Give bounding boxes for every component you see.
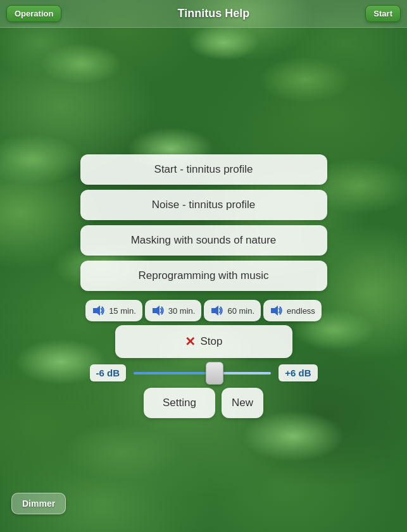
navbar: Operation Tinnitus Help Start <box>0 0 407 28</box>
speaker-icon <box>210 305 224 316</box>
new-button[interactable]: New <box>222 388 263 418</box>
noise-tinnitus-profile-button[interactable]: Noise - tinnitus profile <box>80 190 327 220</box>
start-tinnitus-profile-button[interactable]: Start - tinnitus profile <box>80 154 327 185</box>
dimmer-button[interactable]: Dimmer <box>11 493 66 514</box>
speaker-icon <box>270 305 284 316</box>
timer-30-button[interactable]: 30 min. <box>145 300 202 321</box>
operation-button[interactable]: Operation <box>6 5 61 22</box>
stop-label: Stop <box>201 335 223 348</box>
main-content: Start - tinnitus profile Noise - tinnitu… <box>0 28 407 418</box>
volume-row: -6 dB +6 dB <box>90 364 318 381</box>
speaker-icon <box>92 305 106 316</box>
timer-30-label: 30 min. <box>168 306 196 316</box>
svg-marker-3 <box>271 306 278 316</box>
app-title: Tinnitus Help <box>178 7 250 20</box>
svg-marker-1 <box>153 306 160 316</box>
volume-max-label: +6 dB <box>279 364 317 381</box>
timer-60-button[interactable]: 60 min. <box>204 300 261 321</box>
timer-15-label: 15 min. <box>109 306 136 316</box>
bottom-row: Setting New <box>144 388 263 418</box>
masking-sounds-nature-button[interactable]: Masking with sounds of nature <box>80 225 327 256</box>
stop-button[interactable]: ✕ Stop <box>115 325 292 358</box>
speaker-icon <box>151 305 165 316</box>
volume-min-label: -6 dB <box>90 364 127 381</box>
timer-endless-label: endless <box>287 306 315 316</box>
timer-endless-button[interactable]: endless <box>263 300 322 321</box>
timer-15-button[interactable]: 15 min. <box>85 300 142 321</box>
reprogramming-music-button[interactable]: Reprogramming with music <box>80 261 327 291</box>
svg-marker-2 <box>211 306 218 316</box>
timer-60-label: 60 min. <box>227 306 254 316</box>
timer-row: 15 min. 30 min. 60 min. <box>85 300 322 321</box>
x-icon: ✕ <box>185 334 196 349</box>
setting-button[interactable]: Setting <box>144 388 215 418</box>
volume-slider[interactable] <box>134 372 271 374</box>
start-nav-button[interactable]: Start <box>365 5 401 22</box>
svg-marker-0 <box>93 306 100 316</box>
